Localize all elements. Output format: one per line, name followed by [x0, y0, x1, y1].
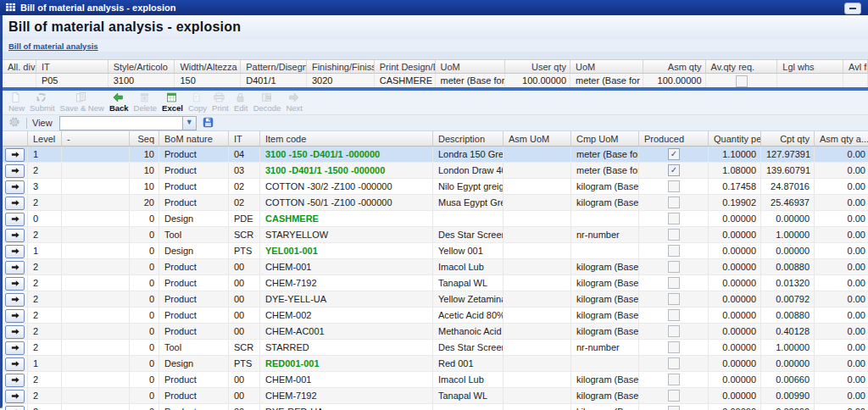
grid-cell: 0.00 — [815, 340, 868, 355]
grid-cell: Product — [159, 147, 229, 162]
row-open-button[interactable] — [5, 164, 25, 178]
row-open-button[interactable] — [5, 180, 25, 194]
toolbar-button-excel[interactable]: Excel — [159, 91, 186, 113]
filter-value: P05 — [36, 74, 108, 87]
grid-cell: 2 — [28, 163, 62, 178]
grid-col-header-rowbtn[interactable] — [3, 131, 28, 146]
grid-row[interactable]: 310Product02COTTON -30/2 -Z100 -000000Ni… — [3, 179, 868, 195]
filter-col-header: Style/Articolo — [108, 60, 175, 73]
settings-button[interactable] — [6, 116, 23, 130]
grid-col-header-produced[interactable]: Produced — [639, 131, 709, 146]
toolbar-button-edit[interactable]: Edit — [231, 91, 251, 113]
grid-cell: kilogram (Base for W — [571, 275, 639, 291]
grid-cell: 3100 -150 -D401/1 -000000 — [260, 147, 433, 162]
grid-col-header-item-code[interactable]: Item code — [260, 131, 433, 146]
grid-row[interactable]: 20ToolSCRSTARYELLOWDes Star Screen...nr-… — [3, 227, 868, 243]
row-open-button[interactable] — [5, 293, 25, 307]
row-open-button[interactable] — [5, 406, 25, 410]
copy-icon: T — [190, 91, 204, 104]
grid-row[interactable]: 20Product00CHEM-001Imacol Lubkilogram (B… — [3, 259, 868, 275]
grid-row[interactable]: 20Product00CHEM-002Acetic Acid 80%kilogr… — [3, 308, 868, 324]
grid-row[interactable]: 10DesignPTSRED001-001Red 0010.000000.000… — [3, 356, 868, 372]
row-open-button[interactable] — [5, 341, 25, 355]
toolbar-button-decode[interactable]: 01Decode — [251, 91, 284, 113]
grid-cell — [639, 372, 709, 387]
toolbar-button-print[interactable]: Print — [209, 91, 231, 113]
grid-cell: 00 — [229, 291, 260, 307]
grid-row[interactable]: 20Product00CHEM-AC001Methanoic Acid ...k… — [3, 324, 868, 340]
row-open-button[interactable] — [5, 309, 25, 323]
grid-cell — [504, 291, 571, 307]
toolbar-button-new[interactable]: New — [6, 91, 27, 113]
grid-cell — [504, 211, 571, 226]
row-open-button[interactable] — [5, 325, 25, 339]
row-open-button[interactable] — [5, 277, 25, 291]
grid-cell: 0 — [130, 211, 159, 226]
grid-cell: 1 — [28, 147, 62, 162]
grid-cell: 0.00000 — [761, 404, 815, 410]
grid-col-header--[interactable]: - — [62, 131, 130, 146]
grid-cell: 0.00 — [815, 388, 868, 403]
grid-col-header-description[interactable]: Description — [433, 131, 504, 146]
grid-cell: 1.00000 — [761, 227, 815, 242]
grid-cell: Product — [159, 372, 229, 387]
grid-col-header-it[interactable]: IT — [229, 131, 260, 146]
toolbar-button-submit[interactable]: Submit — [27, 91, 58, 113]
row-arrow-icon — [11, 182, 19, 192]
grid-cell: 0.00000 — [709, 356, 761, 371]
filter-value[interactable] — [706, 74, 778, 87]
grid-cell: Product — [159, 275, 229, 291]
grid-row[interactable]: 210Product033100 -D401/1 -1500 -000000Lo… — [3, 163, 868, 179]
row-open-button[interactable] — [5, 148, 25, 162]
print-icon — [213, 91, 227, 104]
grid-row[interactable]: 20Product00DYE-RED-UAkilogram (Base for … — [3, 404, 868, 410]
grid-cell: 2 — [28, 372, 62, 387]
grid-col-header-asm-uom[interactable]: Asm UoM — [504, 131, 571, 146]
toolbar-button-copy[interactable]: TCopy — [186, 91, 209, 113]
grid-row[interactable]: 20Product00CHEM-001Imacol Lubkilogram (B… — [3, 372, 868, 388]
toolbar-button-next[interactable]: Next — [283, 91, 305, 113]
grid-row[interactable]: 20Product00CHEM-7192Tanapal WLkilogram (… — [3, 388, 868, 404]
grid-row[interactable]: 220Product02COTTON -50/1 -Z100 -000000Mu… — [3, 195, 868, 211]
row-open-button[interactable] — [5, 229, 25, 242]
minimize-button[interactable] — [844, 3, 861, 14]
grid-col-header-cmp-uom[interactable]: Cmp UoM — [571, 131, 639, 146]
grid-row[interactable]: 20Product00DYE-YELL-UAYellow Zetamina...… — [3, 291, 868, 308]
toolbar-button-delete[interactable]: Delete — [131, 91, 159, 113]
grid-col-header-bom-nature[interactable]: BoM nature — [159, 131, 229, 146]
produced-checkbox: ✓ — [668, 164, 680, 176]
row-open-button[interactable] — [5, 213, 25, 226]
toolbar-button-back[interactable]: Back — [107, 91, 131, 113]
row-open-button[interactable] — [5, 374, 25, 387]
toolbar-button-label: Submit — [30, 103, 55, 113]
filter-value: meter (Base for Len — [570, 74, 643, 87]
grid-col-header-level[interactable]: Level — [28, 131, 62, 146]
grid-col-header-cpt-qty[interactable]: Cpt qty — [761, 131, 815, 146]
grid-cell — [62, 404, 130, 410]
row-open-button[interactable] — [5, 390, 25, 403]
row-open-button[interactable] — [5, 357, 25, 371]
grid-cell: kilogram (Base for W — [571, 372, 639, 387]
grid-row[interactable]: 20Product00CHEM-7192Tanapal WLkilogram (… — [3, 275, 868, 291]
grid-cell — [639, 179, 709, 194]
row-open-button[interactable] — [5, 261, 25, 274]
grid-row[interactable]: 20ToolSCRSTARREDDes Star Screen...nr-num… — [3, 340, 868, 356]
avqty-req-checkbox[interactable] — [736, 75, 748, 87]
breadcrumb-link[interactable]: Bill of material analysis — [8, 42, 98, 51]
view-dropdown[interactable]: ▼ — [59, 116, 197, 130]
toolbar-button-save-new[interactable]: Save & New — [58, 91, 107, 113]
grid-cell: 0.00000 — [709, 211, 761, 226]
row-open-button[interactable] — [5, 245, 25, 258]
grid-col-header-seq[interactable]: Seq — [130, 131, 159, 146]
grid-row[interactable]: 10DesignPTSYEL001-001Yellow 0010.000000.… — [3, 243, 868, 259]
grid-cell: 0 — [130, 227, 159, 242]
grid-cell: 0.00 — [815, 275, 868, 291]
save-view-button[interactable] — [201, 116, 216, 130]
grid-cell: STARYELLOW — [260, 227, 433, 242]
row-open-button[interactable] — [5, 197, 25, 210]
grid-row[interactable]: 00DesignPDECASHMERE0.000000.000000.00 — [3, 211, 868, 227]
grid-col-header-quantity-per[interactable]: Quantity per — [709, 131, 761, 146]
grid-col-header-asm-qty-a-[interactable]: Asm qty a... — [815, 131, 868, 146]
grid-row[interactable]: 110Product043100 -150 -D401/1 -000000Lon… — [3, 147, 868, 163]
grid-cell: kilogram (Base for W — [571, 404, 639, 410]
